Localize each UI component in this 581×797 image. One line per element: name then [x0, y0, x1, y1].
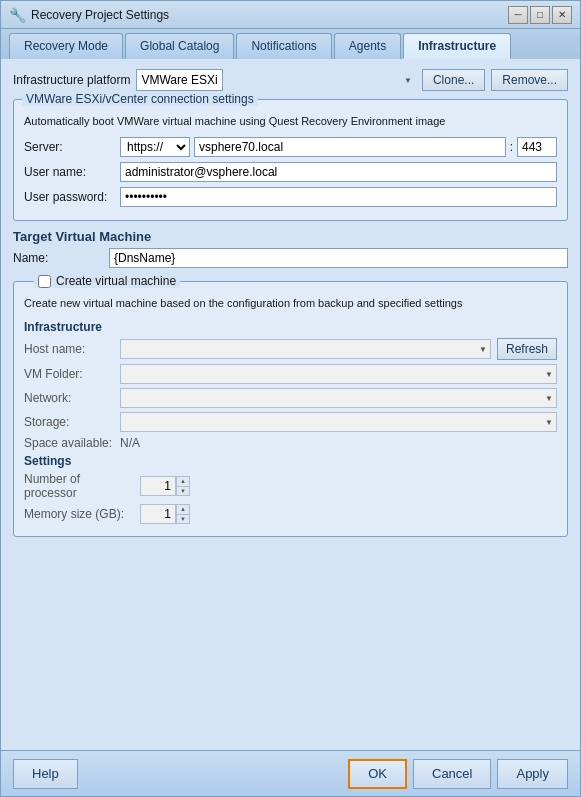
- esxi-group-title: VMWare ESXi/vCenter connection settings: [22, 92, 258, 106]
- folder-select[interactable]: [120, 364, 557, 384]
- remove-button[interactable]: Remove...: [491, 69, 568, 91]
- port-separator: :: [510, 140, 513, 154]
- tab-recovery-mode[interactable]: Recovery Mode: [9, 33, 123, 59]
- tab-bar: Recovery Mode Global Catalog Notificatio…: [1, 29, 580, 59]
- username-input[interactable]: [120, 162, 557, 182]
- esxi-info-text: Automatically boot VMWare virtual machin…: [24, 114, 557, 129]
- processors-up-button[interactable]: ▲: [176, 476, 190, 486]
- storage-select[interactable]: [120, 412, 557, 432]
- host-select-wrapper: [120, 339, 491, 359]
- platform-select[interactable]: VMWare ESXi: [136, 69, 223, 91]
- storage-label: Storage:: [24, 415, 114, 429]
- tab-notifications[interactable]: Notifications: [236, 33, 331, 59]
- storage-row: Storage:: [24, 412, 557, 432]
- tab-global-catalog[interactable]: Global Catalog: [125, 33, 234, 59]
- server-input[interactable]: [194, 137, 506, 157]
- title-bar: 🔧 Recovery Project Settings ─ □ ✕: [1, 1, 580, 29]
- processors-spinner: ▲ ▼: [140, 476, 190, 496]
- cancel-button[interactable]: Cancel: [413, 759, 491, 789]
- infra-subsection-label: Infrastructure: [24, 320, 557, 334]
- platform-row: Infrastructure platform VMWare ESXi Clon…: [13, 69, 568, 91]
- memory-row: Memory size (GB): ▲ ▼: [24, 504, 557, 524]
- password-input[interactable]: [120, 187, 557, 207]
- clone-button[interactable]: Clone...: [422, 69, 485, 91]
- server-row: Server: https:// :: [24, 137, 557, 157]
- host-row: Host name: Refresh: [24, 338, 557, 360]
- processors-label: Number of processor: [24, 472, 134, 500]
- memory-down-button[interactable]: ▼: [176, 514, 190, 524]
- ok-button[interactable]: OK: [348, 759, 407, 789]
- password-row: User password:: [24, 187, 557, 207]
- space-label: Space available:: [24, 436, 114, 450]
- apply-button[interactable]: Apply: [497, 759, 568, 789]
- esxi-group-content: Automatically boot VMWare virtual machin…: [24, 114, 557, 207]
- window-title: Recovery Project Settings: [31, 8, 508, 22]
- create-vm-section: Create virtual machine Create new virtua…: [13, 281, 568, 536]
- vm-name-label: Name:: [13, 251, 103, 265]
- close-button[interactable]: ✕: [552, 6, 572, 24]
- memory-spinner-btns: ▲ ▼: [176, 504, 190, 524]
- space-row: Space available: N/A: [24, 436, 557, 450]
- username-label: User name:: [24, 165, 114, 179]
- bottom-left: Help: [13, 759, 78, 789]
- create-vm-group: Create virtual machine Create new virtua…: [13, 281, 568, 536]
- folder-row: VM Folder:: [24, 364, 557, 384]
- memory-up-button[interactable]: ▲: [176, 504, 190, 514]
- create-vm-info-text: Create new virtual machine based on the …: [24, 296, 557, 311]
- space-value: N/A: [120, 436, 140, 450]
- memory-spinner: ▲ ▼: [140, 504, 190, 524]
- memory-label: Memory size (GB):: [24, 507, 134, 521]
- platform-select-wrapper: VMWare ESXi: [136, 69, 416, 91]
- port-input[interactable]: [517, 137, 557, 157]
- main-content: Infrastructure platform VMWare ESXi Clon…: [1, 59, 580, 750]
- folder-select-wrapper: [120, 364, 557, 384]
- network-select-wrapper: [120, 388, 557, 408]
- minimize-button[interactable]: ─: [508, 6, 528, 24]
- server-label: Server:: [24, 140, 114, 154]
- create-vm-checkbox[interactable]: [38, 275, 51, 288]
- password-label: User password:: [24, 190, 114, 204]
- username-row: User name:: [24, 162, 557, 182]
- processors-spinner-btns: ▲ ▼: [176, 476, 190, 496]
- server-input-group: https:// :: [120, 137, 557, 157]
- platform-label: Infrastructure platform: [13, 73, 130, 87]
- storage-select-wrapper: [120, 412, 557, 432]
- settings-subsection-label: Settings: [24, 454, 557, 468]
- memory-input[interactable]: [140, 504, 176, 524]
- bottom-right: OK Cancel Apply: [348, 759, 568, 789]
- network-select[interactable]: [120, 388, 557, 408]
- window-controls: ─ □ ✕: [508, 6, 572, 24]
- create-vm-group-content: Create new virtual machine based on the …: [24, 296, 557, 523]
- window-icon: 🔧: [9, 7, 25, 23]
- esxi-group: VMWare ESXi/vCenter connection settings …: [13, 99, 568, 221]
- protocol-select[interactable]: https://: [120, 137, 190, 157]
- create-vm-checkbox-label[interactable]: Create virtual machine: [38, 274, 176, 288]
- target-vm-label: Target Virtual Machine: [13, 229, 568, 244]
- create-vm-group-title: Create virtual machine: [34, 274, 180, 288]
- vm-name-row: Name:: [13, 248, 568, 268]
- main-window: 🔧 Recovery Project Settings ─ □ ✕ Recove…: [0, 0, 581, 797]
- processors-row: Number of processor ▲ ▼: [24, 472, 557, 500]
- refresh-button[interactable]: Refresh: [497, 338, 557, 360]
- bottom-bar: Help OK Cancel Apply: [1, 750, 580, 796]
- target-vm-section: Target Virtual Machine Name:: [13, 229, 568, 273]
- network-label: Network:: [24, 391, 114, 405]
- vm-name-input[interactable]: [109, 248, 568, 268]
- host-label: Host name:: [24, 342, 114, 356]
- tab-infrastructure[interactable]: Infrastructure: [403, 33, 511, 59]
- processors-down-button[interactable]: ▼: [176, 486, 190, 496]
- folder-label: VM Folder:: [24, 367, 114, 381]
- tab-agents[interactable]: Agents: [334, 33, 401, 59]
- host-select[interactable]: [120, 339, 491, 359]
- network-row: Network:: [24, 388, 557, 408]
- help-button[interactable]: Help: [13, 759, 78, 789]
- maximize-button[interactable]: □: [530, 6, 550, 24]
- processors-input[interactable]: [140, 476, 176, 496]
